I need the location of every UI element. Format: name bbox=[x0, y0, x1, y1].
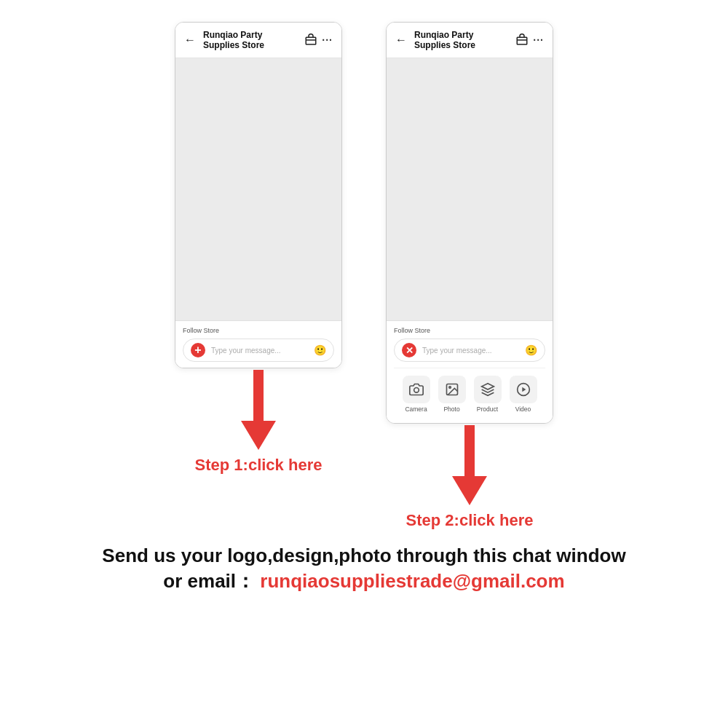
red-arrow1 bbox=[241, 370, 276, 450]
arrow2-head bbox=[452, 476, 487, 505]
step1-label: Step 1:click here bbox=[195, 456, 323, 475]
email-address[interactable]: runqiaosuppliestrade@gmail.com bbox=[260, 570, 564, 592]
phones-row: ← Runqiao Party Supplies Store ··· bbox=[175, 22, 553, 530]
photo-icon-item[interactable]: Photo bbox=[438, 376, 466, 413]
svg-rect-2 bbox=[518, 37, 528, 44]
store-name-label: Runqiao Party Supplies Store bbox=[203, 30, 300, 50]
camera-icon-box bbox=[403, 376, 430, 403]
x-button[interactable]: ✕ bbox=[402, 343, 416, 357]
red-arrow2 bbox=[452, 425, 487, 505]
phone1-bottom: Follow Store + Type your message... 🙂 bbox=[175, 320, 341, 368]
photo-label: Photo bbox=[443, 405, 459, 413]
follow-store-label2: Follow Store bbox=[394, 327, 545, 334]
emoji-button1[interactable]: 🙂 bbox=[314, 344, 326, 356]
phone2-wrapper: ← Runqiao Party Supplies Store ··· bbox=[386, 22, 553, 530]
camera-label: Camera bbox=[405, 405, 427, 413]
phone1-header: ← Runqiao Party Supplies Store ··· bbox=[175, 23, 341, 58]
svg-point-4 bbox=[414, 388, 419, 393]
video-icon-item[interactable]: Video bbox=[510, 376, 537, 413]
arrow2-container: Step 2:click here bbox=[406, 425, 534, 530]
arrow1-container: Step 1:click here bbox=[195, 370, 323, 475]
phone2-bottom: Follow Store ✕ Type your message... 🙂 bbox=[387, 320, 553, 423]
phone2: ← Runqiao Party Supplies Store ··· bbox=[386, 22, 553, 424]
plus-button[interactable]: + bbox=[191, 343, 205, 357]
phone2-header: ← Runqiao Party Supplies Store ··· bbox=[387, 23, 553, 58]
arrow1-head bbox=[241, 421, 276, 450]
photo-icon-box bbox=[438, 376, 466, 403]
bottom-text-area: Send us your logo,design,photo through t… bbox=[80, 543, 647, 594]
store-name-label2: Runqiao Party Supplies Store bbox=[414, 30, 511, 50]
or-email-static: or email： bbox=[163, 570, 255, 592]
svg-point-6 bbox=[448, 387, 451, 389]
phone2-body bbox=[387, 58, 553, 320]
arrow1-shaft bbox=[253, 370, 264, 421]
phone1: ← Runqiao Party Supplies Store ··· bbox=[175, 22, 342, 368]
back-arrow-icon2[interactable]: ← bbox=[395, 33, 407, 47]
follow-store-label1: Follow Store bbox=[183, 327, 334, 334]
step2-label: Step 2:click here bbox=[406, 511, 534, 530]
phone1-wrapper: ← Runqiao Party Supplies Store ··· bbox=[175, 22, 342, 530]
message-bar2: ✕ Type your message... 🙂 bbox=[394, 339, 545, 362]
arrow2-shaft bbox=[464, 425, 475, 476]
more-dots-btn[interactable]: ··· bbox=[322, 34, 333, 46]
back-arrow-icon[interactable]: ← bbox=[184, 33, 196, 47]
media-icons-row: Camera Photo bbox=[394, 368, 545, 417]
bottom-line1: Send us your logo,design,photo through t… bbox=[102, 543, 625, 569]
emoji-button2[interactable]: 🙂 bbox=[525, 344, 537, 356]
more-dots-btn2[interactable]: ··· bbox=[533, 34, 544, 46]
product-icon-box bbox=[474, 376, 502, 403]
phone1-body bbox=[175, 58, 341, 320]
video-label: Video bbox=[515, 405, 531, 413]
bottom-line2: or email： runqiaosuppliestrade@gmail.com bbox=[163, 570, 564, 592]
shop-icon2 bbox=[515, 33, 529, 47]
shop-icon bbox=[304, 33, 317, 47]
video-icon-box bbox=[510, 376, 537, 403]
product-icon-item[interactable]: Product bbox=[474, 376, 502, 413]
message-bar1: + Type your message... 🙂 bbox=[183, 339, 334, 362]
message-placeholder1[interactable]: Type your message... bbox=[211, 347, 308, 355]
svg-marker-8 bbox=[522, 387, 526, 392]
product-label: Product bbox=[477, 405, 498, 413]
message-placeholder2[interactable]: Type your message... bbox=[422, 347, 519, 355]
camera-icon-item[interactable]: Camera bbox=[403, 376, 430, 413]
svg-rect-0 bbox=[306, 37, 317, 44]
main-container: ← Runqiao Party Supplies Store ··· bbox=[0, 0, 728, 728]
